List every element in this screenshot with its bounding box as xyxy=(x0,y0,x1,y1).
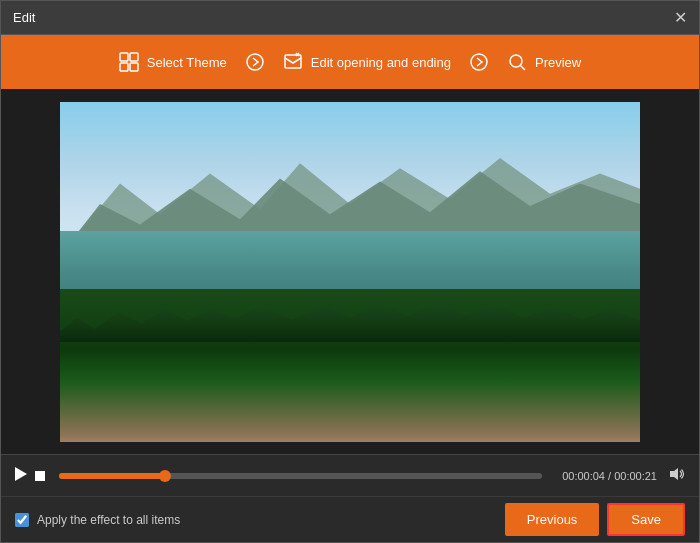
svg-rect-2 xyxy=(120,63,128,71)
current-time: 00:00:04 xyxy=(562,470,605,482)
video-frame xyxy=(60,102,640,442)
preview-label: Preview xyxy=(535,55,581,70)
select-theme-label: Select Theme xyxy=(147,55,227,70)
total-time: 00:00:21 xyxy=(614,470,657,482)
video-player xyxy=(60,102,640,442)
progress-thumb xyxy=(159,470,171,482)
window-title: Edit xyxy=(13,10,35,25)
svg-marker-14 xyxy=(670,468,678,480)
separator-2 xyxy=(469,52,489,72)
play-button[interactable] xyxy=(15,467,27,484)
stop-icon xyxy=(35,471,45,481)
forest-top-layer xyxy=(60,289,640,343)
preview-item[interactable]: Preview xyxy=(489,35,599,89)
edit-opening-label: Edit opening and ending xyxy=(311,55,451,70)
svg-rect-5 xyxy=(285,55,301,68)
stop-button[interactable] xyxy=(35,471,45,481)
save-button[interactable]: Save xyxy=(607,503,685,536)
svg-rect-0 xyxy=(120,53,128,61)
apply-effect-label: Apply the effect to all items xyxy=(37,513,180,527)
bottom-bar: Apply the effect to all items Previous S… xyxy=(1,496,699,542)
previous-button[interactable]: Previous xyxy=(505,503,600,536)
svg-point-4 xyxy=(247,54,263,70)
close-button[interactable]: ✕ xyxy=(674,10,687,26)
edit-window: Edit ✕ Select Theme xyxy=(0,0,700,543)
svg-line-10 xyxy=(520,66,525,71)
video-content-area xyxy=(1,89,699,454)
preview-icon xyxy=(507,52,527,72)
controls-bar: 00:00:04 / 00:00:21 xyxy=(1,454,699,496)
svg-point-9 xyxy=(510,55,522,67)
action-buttons: Previous Save xyxy=(505,503,685,536)
edit-opening-icon xyxy=(283,52,303,72)
toolbar: Select Theme Edit opening and ending xyxy=(1,35,699,89)
svg-marker-13 xyxy=(15,467,27,481)
title-bar: Edit ✕ xyxy=(1,1,699,35)
svg-point-8 xyxy=(471,54,487,70)
select-theme-item[interactable]: Select Theme xyxy=(101,35,245,89)
separator-1 xyxy=(245,52,265,72)
volume-button[interactable] xyxy=(669,467,685,484)
time-display: 00:00:04 / 00:00:21 xyxy=(562,470,657,482)
progress-filled xyxy=(59,473,165,479)
svg-rect-1 xyxy=(130,53,138,61)
svg-rect-3 xyxy=(130,63,138,71)
progress-bar[interactable] xyxy=(59,473,542,479)
forest-layer xyxy=(60,289,640,442)
edit-opening-item[interactable]: Edit opening and ending xyxy=(265,35,469,89)
checkbox-area: Apply the effect to all items xyxy=(15,513,180,527)
apply-effect-checkbox[interactable] xyxy=(15,513,29,527)
select-theme-icon xyxy=(119,52,139,72)
